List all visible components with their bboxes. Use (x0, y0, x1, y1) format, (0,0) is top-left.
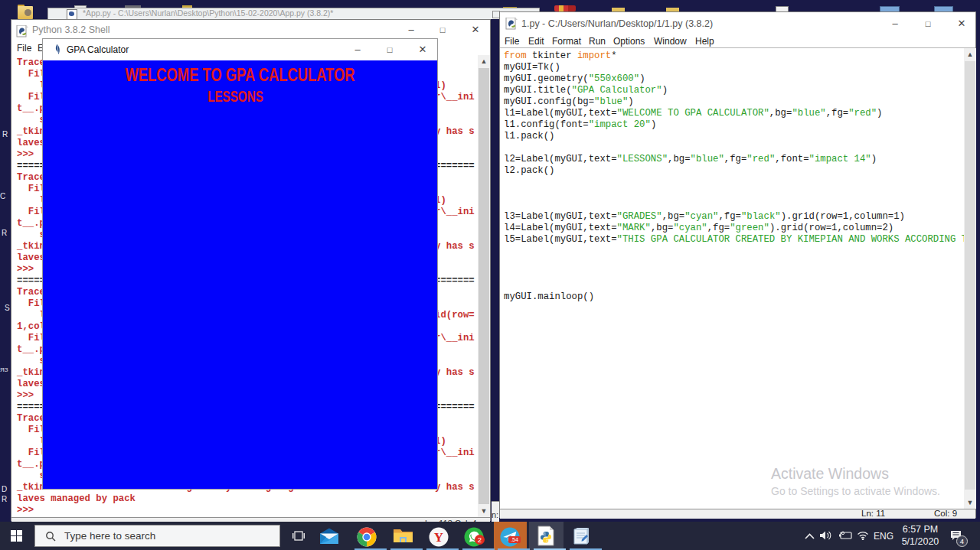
svg-text:Y: Y (434, 530, 443, 545)
